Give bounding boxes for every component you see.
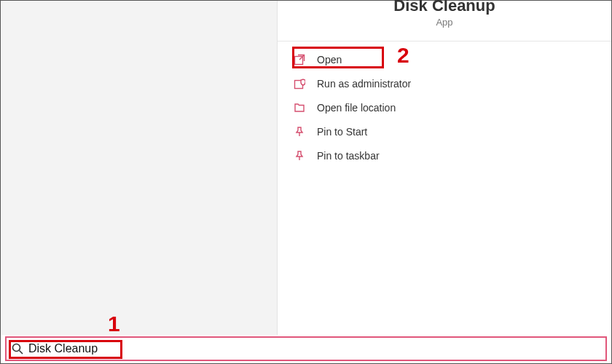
open-location-menu-item[interactable]: Open file location <box>278 95 611 119</box>
search-icon <box>7 342 28 355</box>
folder-icon <box>294 102 310 114</box>
annotation-number-2: 2 <box>397 43 409 68</box>
pin-start-label: Pin to Start <box>317 126 367 138</box>
context-menu: Open Run as administrator Open file <box>278 47 611 167</box>
annotation-number-1: 1 <box>108 312 120 336</box>
divider <box>278 41 611 41</box>
pin-icon <box>294 126 310 138</box>
open-label: Open <box>317 54 342 66</box>
pin-taskbar-label: Pin to taskbar <box>317 150 380 162</box>
app-header: Disk Cleanup App <box>278 0 611 28</box>
details-right-panel: Disk Cleanup App Open <box>278 1 611 335</box>
app-title: Disk Cleanup <box>278 0 611 15</box>
open-menu-item[interactable]: Open <box>278 47 611 71</box>
open-icon <box>294 54 310 66</box>
run-admin-menu-item[interactable]: Run as administrator <box>278 71 611 95</box>
open-location-label: Open file location <box>317 102 396 114</box>
window-frame: Disk Cleanup App Open <box>0 0 612 364</box>
search-input[interactable] <box>28 342 605 355</box>
pin-start-menu-item[interactable]: Pin to Start <box>278 119 611 143</box>
admin-shield-icon <box>294 78 310 90</box>
search-bar[interactable] <box>5 336 607 361</box>
results-left-panel <box>1 1 278 335</box>
pin-icon <box>294 150 310 162</box>
run-admin-label: Run as administrator <box>317 78 411 90</box>
app-subtitle: App <box>278 17 611 28</box>
svg-point-2 <box>13 344 20 352</box>
pin-taskbar-menu-item[interactable]: Pin to taskbar <box>278 143 611 167</box>
